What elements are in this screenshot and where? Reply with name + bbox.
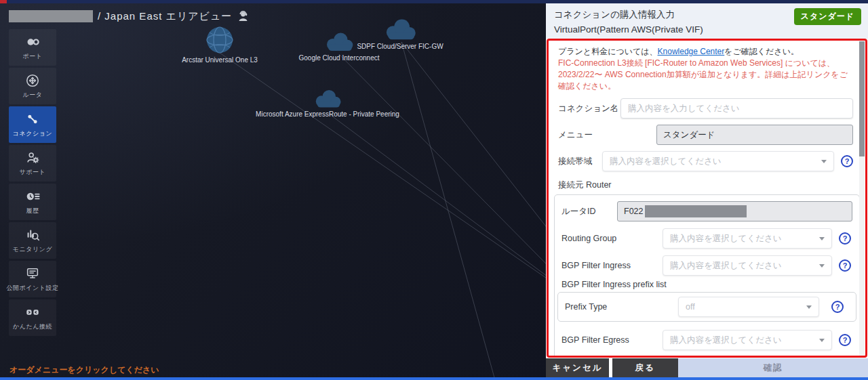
- cloud-icon: [381, 17, 419, 41]
- notice-block: プランと料金については、Knowledge Centerをご確認ください。 FI…: [558, 46, 853, 92]
- bgp-filter-egress-placeholder: 購入内容を選択してください: [670, 335, 782, 346]
- support-icon: [24, 150, 41, 165]
- node-label: Microsoft Azure ExpressRoute - Private P…: [239, 110, 416, 118]
- bandwidth-help-icon[interactable]: ?: [841, 155, 853, 167]
- sidebar-item-connection[interactable]: コネクション: [9, 106, 56, 143]
- purchase-info-panel: コネクションの購入情報入力 VirtualPort(Pattern AWS(Pr…: [546, 3, 868, 380]
- routing-group-help-icon[interactable]: ?: [839, 232, 851, 245]
- sidebar-item-label: 履歴: [26, 207, 39, 215]
- form-scrollbar-track: [859, 41, 865, 356]
- bgp-filter-egress-row: BGP Filter Egress 購入内容を選択してください ?: [561, 330, 852, 350]
- topology-canvas: / Japan East エリアビュー ポート ルータ: [0, 0, 546, 380]
- sidebar-item-router[interactable]: ルータ: [9, 68, 56, 104]
- sidebar-item-easy-connect[interactable]: かんたん接続: [9, 299, 56, 336]
- chevron-down-icon: [819, 237, 825, 240]
- connection-name-input[interactable]: [620, 98, 853, 119]
- sidebar-item-history[interactable]: 履歴: [9, 184, 56, 220]
- source-router-section-label: 接続元 Router: [558, 180, 853, 191]
- menu-readonly-field: スタンダード: [656, 125, 853, 145]
- sidebar-item-label: コネクション: [13, 129, 52, 138]
- area-title-bar: / Japan East エリアビュー: [9, 9, 250, 23]
- bgp-filter-ingress-select[interactable]: 購入内容を選択してください: [663, 255, 832, 276]
- prefix-type-value: off: [686, 302, 695, 312]
- router-id-readonly-field: F022: [617, 201, 852, 221]
- order-menu-sidebar: ポート ルータ コネクション サポート: [9, 29, 56, 336]
- sidebar-item-monitoring[interactable]: モニタリング: [9, 222, 56, 259]
- plan-badge: スタンダード: [794, 8, 861, 25]
- routing-group-placeholder: 購入内容を選択してください: [670, 233, 782, 245]
- footer-button-bar: キャンセル 戻る 確認: [546, 358, 868, 377]
- sidebar-item-label: 公開ポイント設定: [7, 284, 59, 293]
- sidebar-item-label: かんたん接続: [13, 322, 52, 331]
- bgp-filter-ingress-placeholder: 購入内容を選択してください: [670, 260, 782, 272]
- sidebar-item-label: サポート: [20, 168, 46, 177]
- prefix-type-label: Prefix Type: [565, 302, 678, 312]
- cloud-icon: [311, 88, 344, 108]
- confirm-button[interactable]: 確認: [678, 358, 868, 377]
- public-point-icon: [24, 266, 41, 281]
- globe-icon: [205, 26, 234, 54]
- knowledge-center-link[interactable]: Knowledge Center: [658, 47, 725, 56]
- prefix-type-help-icon[interactable]: ?: [831, 301, 844, 313]
- panel-subtitle: VirtualPort(Pattern AWS(Private VIF): [554, 24, 860, 35]
- routing-group-label: Routing Group: [561, 234, 663, 243]
- bandwidth-select[interactable]: 購入内容を選択してください: [602, 151, 834, 171]
- chevron-down-icon: [806, 305, 812, 309]
- top-bar-red-segment: [0, 0, 7, 3]
- menu-row: メニュー スタンダード: [558, 125, 853, 145]
- back-button[interactable]: 戻る: [612, 358, 678, 377]
- bgp-filter-ingress-row: BGP Filter Ingress 購入内容を選択してください ?: [561, 255, 852, 276]
- notice-text-pre: プランと料金については、: [558, 47, 658, 56]
- form-scrollbar-thumb[interactable]: [859, 41, 865, 156]
- bgp-filter-ingress-prefix-list-label: BGP Filter Ingress prefix list: [561, 280, 852, 289]
- source-router-groupbox: ルータID F022 Routing Group 購入内容を選択してください ?: [554, 194, 860, 356]
- router-id-row: ルータID F022: [561, 201, 852, 221]
- support-agent-icon[interactable]: [237, 9, 250, 23]
- easy-connect-icon: [24, 305, 41, 320]
- sidebar-item-port[interactable]: ポート: [9, 29, 56, 66]
- sidebar-item-support[interactable]: サポート: [9, 145, 56, 182]
- sidebar-item-label: モニタリング: [13, 245, 52, 254]
- routing-group-row: Routing Group 購入内容を選択してください ?: [561, 228, 852, 249]
- panel-header: コネクションの購入情報入力 VirtualPort(Pattern AWS(Pr…: [546, 3, 868, 39]
- router-icon: [24, 73, 41, 88]
- top-bar: [0, 0, 868, 3]
- chevron-down-icon: [819, 339, 825, 342]
- connection-name-row: コネクション名: [558, 98, 853, 119]
- cancel-button[interactable]: キャンセル: [546, 358, 609, 377]
- chevron-down-icon: [821, 160, 827, 163]
- router-id-label: ルータID: [561, 206, 617, 217]
- prefix-type-row: Prefix Type off ?: [565, 297, 849, 317]
- bgp-filter-egress-help-icon[interactable]: ?: [839, 334, 851, 346]
- connection-icon: [24, 112, 41, 127]
- bgp-filter-egress-select[interactable]: 購入内容を選択してください: [663, 330, 832, 350]
- area-view-title: / Japan East エリアビュー: [98, 10, 232, 23]
- bgp-filter-ingress-prefix-list-box: Prefix Type off ?: [557, 292, 856, 322]
- routing-group-select[interactable]: 購入内容を選択してください: [663, 228, 832, 249]
- node-azure-expressroute[interactable]: Microsoft Azure ExpressRoute - Private P…: [239, 88, 416, 118]
- router-id-value: F022: [624, 207, 644, 216]
- node-label: Google Cloud Interconnect: [276, 54, 402, 62]
- bgp-filter-ingress-label: BGP Filter Ingress: [561, 261, 663, 270]
- bgp-filter-ingress-help-icon[interactable]: ?: [839, 259, 851, 272]
- form-scroll-area: プランと料金については、Knowledge Centerをご確認ください。 FI…: [549, 41, 865, 356]
- bandwidth-placeholder: 購入内容を選択してください: [610, 156, 722, 167]
- bgp-filter-egress-label: BGP Filter Egress: [561, 335, 663, 345]
- bandwidth-row: 接続帯域 購入内容を選択してください ?: [558, 151, 853, 171]
- port-icon: [24, 35, 41, 49]
- history-icon: [24, 189, 41, 204]
- node-sdpf-cloud-server-fic-gw[interactable]: SDPF Cloud/Server FIC-GW: [337, 17, 463, 50]
- notice-text-post: をご確認ください。: [724, 47, 799, 56]
- node-arcstar-universal-one[interactable]: Arcstar Universal One L3: [159, 26, 281, 64]
- connection-name-label: コネクション名: [558, 103, 620, 114]
- sidebar-item-public-point-settings[interactable]: 公開ポイント設定: [9, 261, 56, 297]
- order-menu-hint: オーダメニューをクリックしてください: [9, 364, 159, 376]
- prefix-type-select[interactable]: off: [678, 297, 819, 317]
- menu-label: メニュー: [558, 129, 656, 141]
- form-highlight-box: プランと料金については、Knowledge Centerをご確認ください。 FI…: [547, 39, 867, 358]
- bandwidth-label: 接続帯域: [558, 156, 602, 167]
- node-label: SDPF Cloud/Server FIC-GW: [337, 43, 463, 50]
- node-label: Arcstar Universal One L3: [159, 56, 281, 64]
- tenant-name-redaction: [9, 10, 93, 22]
- aws-surcharge-warning: FIC-Connection L3接続 [FIC-Router to Amazo…: [558, 58, 848, 91]
